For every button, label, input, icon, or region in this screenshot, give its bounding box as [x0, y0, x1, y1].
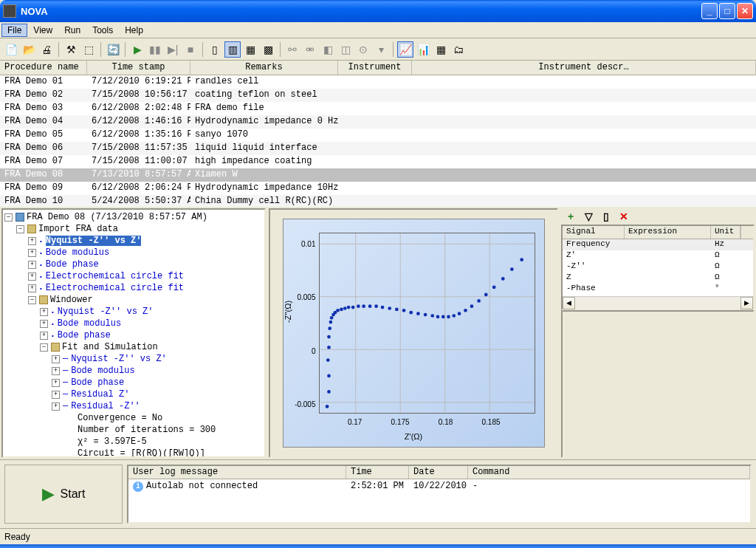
log-row[interactable]: iAutolab not connected 2:52:01 PM 10/22/…	[128, 479, 750, 493]
tree-expand-icon[interactable]: +	[28, 249, 36, 257]
col-log-time[interactable]: Time	[346, 466, 409, 479]
tree-item[interactable]: Bode phase	[46, 259, 99, 270]
col-procedure[interactable]: Procedure name	[0, 61, 87, 75]
misc-icon-2[interactable]: ◫	[337, 41, 354, 58]
tree-item[interactable]: Nyquist -Z'' vs Z'	[71, 354, 167, 364]
tree-item[interactable]: Residual Z'	[71, 389, 129, 400]
tree-expand-icon[interactable]: +	[28, 273, 36, 281]
minimize-button[interactable]: _	[701, 3, 718, 19]
tool-icon-2[interactable]: ⬚	[80, 41, 97, 58]
start-button[interactable]: ▶ Start	[4, 465, 123, 524]
delete-signal-icon[interactable]: ✕	[617, 210, 630, 223]
grid-icon[interactable]: ▦	[433, 41, 449, 58]
signal-row[interactable]: Z'Ω	[563, 250, 753, 261]
add-signal-icon[interactable]: +	[564, 210, 577, 223]
grid-body[interactable]: FRA Demo 017/12/2010 6:19:21 PMrandles c…	[0, 75, 756, 207]
layout-icon-3[interactable]: ▦	[242, 41, 258, 58]
table-row[interactable]: FRA Demo 046/12/2008 1:46:16 PMHydrodyna…	[0, 115, 756, 129]
tree-item[interactable]: Bode modulus	[71, 366, 134, 376]
print-icon[interactable]: 🖨	[38, 41, 55, 58]
tree-item[interactable]: Nyquist -Z'' vs Z'	[46, 236, 142, 246]
scroll-left-icon[interactable]: ◀	[563, 297, 575, 309]
dropdown-icon[interactable]: ▾	[373, 41, 389, 58]
tree-import[interactable]: Import FRA data	[38, 224, 118, 234]
link-icon[interactable]: ⚯	[284, 41, 300, 58]
tree-item[interactable]: Electrochemical circle fit	[46, 283, 184, 293]
tree-expand-icon[interactable]: +	[40, 308, 48, 316]
menu-help[interactable]: Help	[119, 24, 149, 37]
table-row[interactable]: FRA Demo 067/15/2008 11:57:35 AMliquid l…	[0, 142, 756, 155]
play-icon[interactable]: ▶	[129, 41, 145, 58]
col-remarks[interactable]: Remarks	[190, 61, 338, 75]
tree-root[interactable]: FRA Demo 08 (7/13/2010 8:57:57 AM)	[27, 212, 207, 222]
tree-collapse-icon[interactable]: −	[4, 213, 13, 222]
tree-fit[interactable]: Fit and Simulation	[62, 342, 158, 352]
layout-icon-2[interactable]: ▥	[224, 41, 241, 58]
table-row[interactable]: FRA Demo 087/13/2010 8:57:57 AMXiamen W	[0, 168, 756, 182]
chart-icon[interactable]: 📈	[397, 41, 413, 58]
col-expression[interactable]: Expression	[625, 226, 711, 239]
signal-row[interactable]: FrequencyHz	[563, 239, 753, 250]
tree-expand-icon[interactable]: +	[28, 237, 36, 245]
layout-icon-1[interactable]: ▯	[207, 41, 223, 58]
close-button[interactable]: ✕	[737, 3, 753, 19]
menu-view[interactable]: View	[27, 24, 58, 37]
tree-item[interactable]: Electrochemical circle fit	[46, 271, 184, 281]
tree-expand-icon[interactable]: +	[40, 332, 48, 340]
col-log-cmd[interactable]: Command	[468, 466, 750, 479]
tree-body[interactable]: −FRA Demo 08 (7/13/2010 8:57:57 AM) −Imp…	[3, 210, 264, 456]
table-row[interactable]: FRA Demo 056/12/2008 1:35:16 PMsanyo 107…	[0, 129, 756, 142]
tree-collapse-icon[interactable]: −	[40, 343, 48, 352]
refresh-icon[interactable]: 🔄	[105, 41, 121, 58]
tree-item[interactable]: Bode modulus	[58, 318, 121, 329]
maximize-button[interactable]: □	[719, 3, 735, 19]
tree-expand-icon[interactable]: +	[52, 403, 60, 411]
menu-tools[interactable]: Tools	[86, 24, 119, 37]
scroll-right-icon[interactable]: ▶	[740, 297, 753, 309]
tree-item[interactable]: Nyquist -Z'' vs Z'	[58, 306, 154, 317]
tree-expand-icon[interactable]: +	[28, 261, 36, 269]
menu-file[interactable]: File	[1, 24, 27, 37]
misc-icon-3[interactable]: ⊙	[355, 41, 371, 58]
filter-icon[interactable]: ▽	[582, 210, 595, 223]
open-icon[interactable]: 📂	[21, 41, 37, 58]
signal-row[interactable]: ZΩ	[563, 273, 753, 284]
col-log-date[interactable]: Date	[409, 466, 468, 479]
tool-icon-1[interactable]: ⚒	[63, 41, 79, 58]
tree-windower[interactable]: Windower	[50, 295, 93, 305]
view-icon-1[interactable]: 📊	[415, 41, 431, 58]
table-row[interactable]: FRA Demo 105/24/2008 5:50:37 AMChina Dum…	[0, 195, 756, 207]
table-row[interactable]: FRA Demo 096/12/2008 2:06:24 PMHydrodyna…	[0, 182, 756, 195]
signal-row[interactable]: -Phase°	[563, 284, 753, 295]
col-instrument-descr[interactable]: Instrument descr…	[412, 61, 756, 75]
view-icon-2[interactable]: 🗂	[450, 41, 467, 58]
tree-collapse-icon[interactable]: −	[28, 296, 36, 304]
tree-collapse-icon[interactable]: −	[16, 225, 24, 233]
signal-hscroll[interactable]: ◀ ▶	[563, 296, 753, 309]
tree-expand-icon[interactable]: +	[40, 320, 48, 328]
tree-expand-icon[interactable]: +	[52, 355, 60, 363]
tree-expand-icon[interactable]: +	[52, 367, 60, 375]
table-row[interactable]: FRA Demo 027/15/2008 10:56:17 AMcoating …	[0, 89, 756, 102]
col-timestamp[interactable]: Time stamp	[87, 61, 190, 75]
tree-expand-icon[interactable]: +	[52, 379, 60, 387]
table-row[interactable]: FRA Demo 036/12/2008 2:02:48 PMFRA demo …	[0, 102, 756, 115]
tree-expand-icon[interactable]: +	[28, 284, 36, 292]
col-log-msg[interactable]: User log message	[128, 466, 346, 479]
layout-icon-4[interactable]: ▩	[260, 41, 276, 58]
table-row[interactable]: FRA Demo 077/15/2008 11:00:07 AMhigh imp…	[0, 155, 756, 168]
unlink-icon[interactable]: ⚮	[302, 41, 318, 58]
tree-item[interactable]: Bode phase	[58, 330, 111, 340]
menu-run[interactable]: Run	[58, 24, 86, 37]
tree-item[interactable]: Bode modulus	[46, 247, 109, 258]
display-icon[interactable]: ▯	[599, 210, 613, 223]
table-row[interactable]: FRA Demo 017/12/2010 6:19:21 PMrandles c…	[0, 75, 756, 89]
col-signal[interactable]: Signal	[563, 226, 625, 239]
signal-row[interactable]: -Z''Ω	[563, 261, 753, 273]
pause-icon[interactable]: ▮▮	[147, 41, 163, 58]
step-icon[interactable]: ▶|	[165, 41, 181, 58]
misc-icon-1[interactable]: ◧	[320, 41, 336, 58]
col-unit[interactable]: Unit	[711, 226, 740, 239]
col-instrument[interactable]: Instrument	[338, 61, 412, 75]
nyquist-chart[interactable]: -Z''(Ω) Z'(Ω) -0.00500.0050.010.170.1750…	[283, 219, 545, 448]
